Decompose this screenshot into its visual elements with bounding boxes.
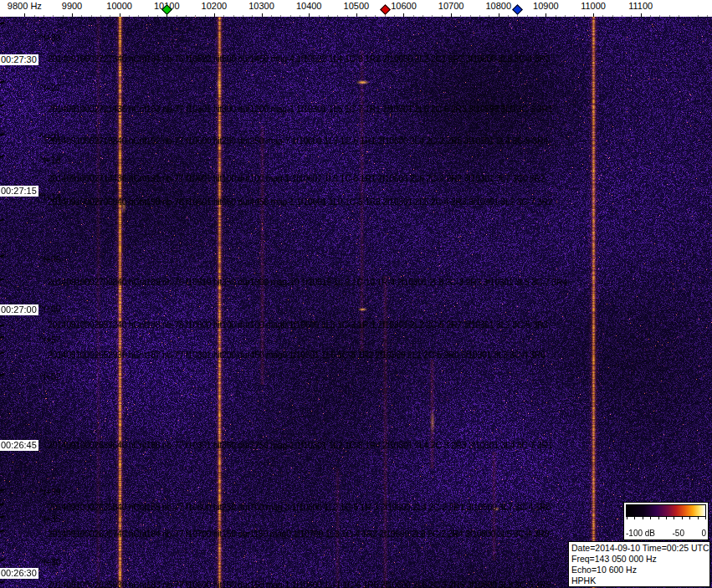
detection-record-text: 20140910002714436 hCnt191 nb-77 f10601 h… bbox=[48, 174, 546, 184]
freq-major-tick bbox=[451, 13, 452, 17]
freq-minor-tick bbox=[100, 15, 101, 17]
freq-major-tick bbox=[641, 13, 642, 17]
freq-minor-tick bbox=[432, 15, 433, 17]
freq-minor-tick bbox=[177, 15, 177, 17]
freq-minor-tick bbox=[470, 15, 471, 17]
freq-minor-tick bbox=[556, 15, 556, 17]
info-echo-frequency: Echo=10 600 Hz bbox=[571, 565, 707, 575]
detection-record-text: 20140910002635840 hCnt185 nb-77 f10600 h… bbox=[48, 503, 551, 513]
spectrogram-canvas bbox=[0, 0, 712, 588]
detection-record-text: 20140910002706840 hCnt190 nb-78 f10601 h… bbox=[48, 197, 552, 207]
freq-tick-label: 10700 bbox=[438, 1, 464, 11]
freq-minor-tick bbox=[479, 15, 480, 17]
freq-major-tick bbox=[356, 13, 357, 17]
freq-minor-tick bbox=[489, 15, 489, 17]
freq-minor-tick bbox=[205, 15, 206, 17]
freq-minor-tick bbox=[413, 15, 414, 17]
freq-minor-tick bbox=[602, 15, 603, 17]
event-time-tag: ^t+33 bbox=[39, 33, 61, 43]
db-scale-tick bbox=[650, 517, 651, 519]
freq-minor-tick bbox=[63, 15, 64, 17]
freq-minor-tick bbox=[271, 15, 272, 17]
freq-minor-tick bbox=[233, 15, 234, 17]
freq-tick-label: 10600 bbox=[391, 1, 417, 11]
db-scale-tick bbox=[682, 517, 683, 519]
freq-minor-tick bbox=[669, 15, 670, 17]
info-frequency: Freq=143 050 000 Hz bbox=[571, 554, 707, 565]
freq-tick-label: 11100 bbox=[628, 1, 653, 11]
freq-minor-tick bbox=[337, 15, 338, 17]
freq-tick-label: 10500 bbox=[344, 1, 370, 11]
freq-minor-tick bbox=[631, 15, 632, 17]
event-time-tag: ^t+35 bbox=[39, 514, 61, 524]
detection-record-text: 20140910002630740 hCnt184 nb-77 f10700 h… bbox=[48, 529, 549, 539]
detection-record-text: 20140910002652936 hCnt187 nb-77 f10301 h… bbox=[48, 350, 546, 360]
freq-minor-tick bbox=[698, 15, 699, 17]
freq-minor-tick bbox=[460, 15, 461, 17]
freq-minor-tick bbox=[536, 15, 537, 17]
freq-major-tick bbox=[120, 13, 120, 17]
detection-record-text: 20140910002625936 hCnt183 nb-77 f10600 h… bbox=[48, 580, 551, 588]
freq-tick-label: 10000 bbox=[106, 1, 132, 11]
freq-major-tick bbox=[499, 13, 499, 17]
event-time-tag: ^t+30 bbox=[39, 558, 61, 568]
freq-minor-tick bbox=[584, 15, 585, 17]
db-scale-tick bbox=[666, 517, 667, 519]
time-tick-label: 00:27:30 bbox=[0, 54, 38, 65]
freq-minor-tick bbox=[423, 15, 423, 17]
info-date-time: Date=2014-09-10 Time=00:25 UTC bbox=[571, 543, 707, 554]
freq-minor-tick bbox=[442, 15, 443, 17]
time-tick-label: 00:27:15 bbox=[0, 186, 38, 197]
db-scale-tick bbox=[705, 517, 706, 519]
freq-minor-tick bbox=[186, 15, 187, 17]
status-info-box: Date=2014-09-10 Time=00:25 UTC Freq=143 … bbox=[568, 541, 710, 587]
detection-record-text: 20140910002721436 hCnt193 nb-77 f10301 h… bbox=[48, 105, 552, 115]
freq-minor-tick bbox=[707, 15, 708, 17]
freq-minor-tick bbox=[223, 15, 224, 17]
freq-minor-tick bbox=[517, 15, 518, 17]
freq-minor-tick bbox=[243, 15, 243, 17]
detection-record-text: 20140910002718840 hCnt192 nb-77 f10600 h… bbox=[48, 136, 548, 146]
freq-minor-tick bbox=[148, 15, 149, 17]
freq-major-tick bbox=[214, 13, 215, 17]
freq-major-tick bbox=[24, 13, 25, 17]
freq-major-tick bbox=[593, 13, 594, 17]
freq-major-tick bbox=[72, 13, 73, 17]
freq-minor-tick bbox=[508, 15, 509, 17]
event-time-tag: ^t+52 bbox=[39, 372, 61, 382]
freq-major-tick bbox=[546, 13, 546, 17]
event-time-tag: ^t+06 bbox=[39, 255, 61, 265]
freq-tick-label: 11000 bbox=[581, 1, 606, 11]
freq-tick-label: 10800 bbox=[485, 1, 511, 11]
db-scale-tick bbox=[643, 517, 643, 519]
freq-tick-label: 10300 bbox=[248, 1, 274, 11]
freq-minor-tick bbox=[394, 15, 395, 17]
freq-minor-tick bbox=[34, 15, 35, 17]
time-tick-label: 00:26:45 bbox=[0, 440, 38, 451]
freq-minor-tick bbox=[138, 15, 139, 17]
freq-minor-tick bbox=[328, 15, 329, 17]
db-scale-ticks bbox=[627, 517, 705, 520]
freq-minor-tick bbox=[195, 15, 196, 17]
time-tick-label: 00:26:30 bbox=[0, 568, 38, 579]
blue-diamond-marker-icon bbox=[513, 4, 524, 15]
event-time-tag: ^t+57 bbox=[39, 335, 61, 345]
freq-major-tick bbox=[262, 13, 263, 17]
detection-record-text: 20140910002727340 hCnt194 nb-76 f10522 h… bbox=[48, 54, 550, 64]
freq-minor-tick bbox=[81, 15, 82, 17]
info-station-code: HPHK bbox=[571, 575, 707, 586]
freq-minor-tick bbox=[53, 15, 54, 17]
db-gradient-bar bbox=[626, 504, 706, 517]
freq-major-tick bbox=[309, 13, 310, 17]
freq-tick-label: 10900 bbox=[533, 1, 559, 11]
detection-record-text: 20140910002639640 hCnt186 nb-77 f10301 h… bbox=[48, 441, 552, 451]
freq-minor-tick bbox=[375, 15, 376, 17]
freq-minor-tick bbox=[574, 15, 575, 17]
freq-minor-tick bbox=[650, 15, 651, 17]
db-label-max: 0 bbox=[701, 529, 706, 538]
db-label-min: -100 dB bbox=[626, 529, 655, 538]
event-time-tag: ^t+39 bbox=[39, 488, 61, 498]
freq-minor-tick bbox=[300, 15, 300, 17]
freq-minor-tick bbox=[252, 15, 253, 17]
freq-minor-tick bbox=[280, 15, 281, 17]
